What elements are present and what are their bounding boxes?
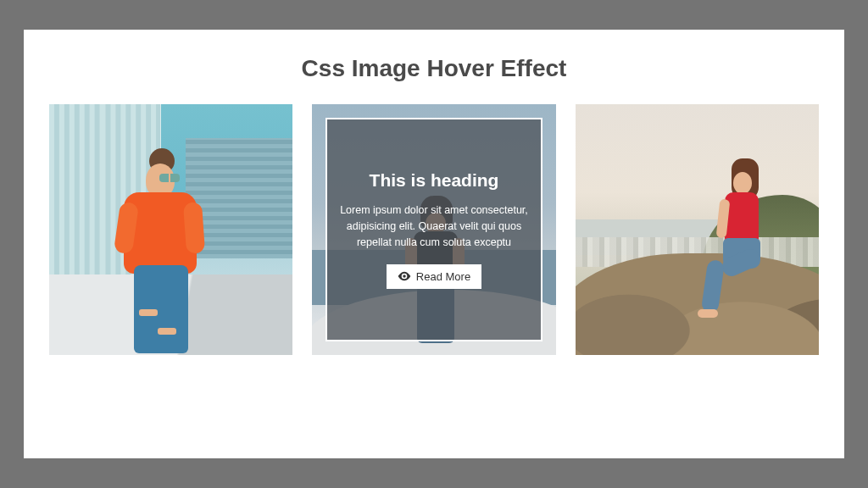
person-figure xyxy=(108,153,210,355)
read-more-label: Read More xyxy=(416,270,470,283)
read-more-button[interactable]: Read More xyxy=(387,264,481,289)
svg-point-0 xyxy=(403,274,405,277)
demo-frame: Css Image Hover Effect This is heading L… xyxy=(24,30,844,458)
image-card[interactable] xyxy=(49,104,292,355)
image-card-hovered[interactable]: This is heading Lorem ipsum dolor sit am… xyxy=(312,104,555,355)
image-card[interactable] xyxy=(576,104,819,355)
eye-icon xyxy=(398,271,411,281)
overlay-heading: This is heading xyxy=(370,170,499,191)
overlay-text: Lorem ipsum dolor sit amet consectetur, … xyxy=(339,202,528,250)
hover-overlay: This is heading Lorem ipsum dolor sit am… xyxy=(326,118,542,341)
card-grid: This is heading Lorem ipsum dolor sit am… xyxy=(49,104,819,355)
page-title: Css Image Hover Effect xyxy=(49,55,819,82)
person-figure xyxy=(703,160,796,338)
